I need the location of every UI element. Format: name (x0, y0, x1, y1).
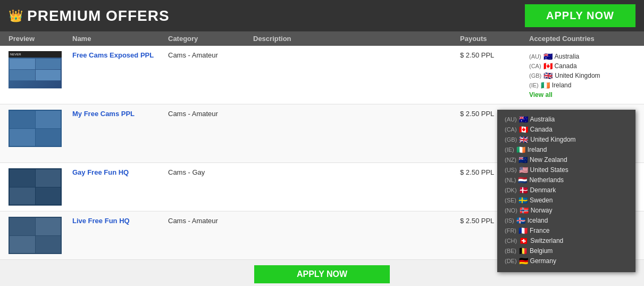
dropdown-country-item: (CH) 🇨🇭 Switzerland (505, 236, 628, 245)
apply-now-button[interactable]: APPLY NOW (525, 4, 635, 27)
dropdown-country-item: (NO) 🇳🇴 Norway (505, 206, 628, 215)
dropdown-country-item: (IE) 🇮🇪 Ireland (505, 145, 628, 154)
accepted-countries-cell: (AU) 🇦🇺 Australia (CA) 🇨🇦 Canada (GB) 🇬🇧… (529, 110, 635, 157)
col-accepted-countries: Accepted Countries (529, 35, 635, 43)
offer-category: Cams - Gay (168, 168, 253, 176)
footer-apply-button[interactable]: APPLY NOW (254, 265, 390, 283)
country-item: (CA) 🇨🇦 Canada (529, 62, 635, 70)
table-row: NEVER Free Cams Exposed PPL Cams - Amate… (0, 46, 644, 104)
country-item: (AU) 🇦🇺 Australia (529, 52, 635, 61)
col-description: Description (253, 35, 460, 43)
country-item: (GB) 🇬🇧 United Kingdom (529, 71, 635, 80)
dropdown-country-item: (AU) 🇦🇺 Australia (505, 115, 628, 124)
countries-dropdown: (AU) 🇦🇺 Australia (CA) 🇨🇦 Canada (GB) 🇬🇧… (497, 110, 635, 272)
accepted-countries-cell: (AU) 🇦🇺 Australia (CA) 🇨🇦 Canada (GB) 🇬🇧… (529, 51, 635, 99)
dropdown-country-item: (FR) 🇫🇷 France (505, 226, 628, 235)
dropdown-country-item: (DE) 🇩🇪 Germany (505, 257, 628, 265)
dropdown-country-item: (NL) 🇳🇱 Netherlands (505, 176, 628, 184)
preview-thumbnail[interactable]: NEVER (9, 51, 62, 88)
preview-thumbnail[interactable] (9, 217, 62, 254)
country-item: (IE) 🇮🇪 Ireland (529, 81, 635, 89)
offer-category: Cams - Amateur (168, 51, 253, 59)
page-header: 👑 PREMIUM OFFERS APPLY NOW (0, 0, 644, 31)
offer-category: Cams - Amateur (168, 110, 253, 118)
dropdown-country-item: (CA) 🇨🇦 Canada (505, 125, 628, 134)
offer-name[interactable]: Free Cams Exposed PPL (72, 51, 168, 59)
offer-name[interactable]: My Free Cams PPL (72, 110, 168, 118)
offer-name[interactable]: Gay Free Fun HQ (72, 168, 168, 176)
crown-icon: 👑 (9, 9, 23, 23)
offer-category: Cams - Amateur (168, 217, 253, 225)
col-name: Name (72, 35, 168, 43)
table-header: Preview Name Category Description Payout… (0, 31, 644, 46)
page-title: PREMIUM OFFERS (27, 7, 170, 24)
table-row: My Free Cams PPL Cams - Amateur $ 2.50 P… (0, 104, 644, 163)
dropdown-country-item: (SE) 🇸🇪 Sweden (505, 196, 628, 205)
header-title-group: 👑 PREMIUM OFFERS (9, 7, 170, 24)
dropdown-country-item: (IS) 🇮🇸 Iceland (505, 216, 628, 225)
preview-thumbnail[interactable] (9, 168, 62, 206)
offer-name[interactable]: Live Free Fun HQ (72, 217, 168, 225)
col-category: Category (168, 35, 253, 43)
dropdown-country-item: (US) 🇺🇸 United States (505, 166, 628, 174)
dropdown-country-item: (BE) 🇧🇪 Belgium (505, 247, 628, 255)
dropdown-country-item: (NZ) 🇳🇿 New Zealand (505, 156, 628, 164)
offer-payout: $ 2.50 PPL (460, 51, 529, 59)
view-all-link[interactable]: View all (529, 91, 553, 99)
dropdown-country-item: (DK) 🇩🇰 Denmark (505, 186, 628, 194)
col-payouts: Payouts (460, 35, 529, 43)
col-preview: Preview (9, 35, 72, 43)
preview-thumbnail[interactable] (9, 110, 62, 147)
dropdown-country-item: (GB) 🇬🇧 United Kingdom (505, 135, 628, 144)
